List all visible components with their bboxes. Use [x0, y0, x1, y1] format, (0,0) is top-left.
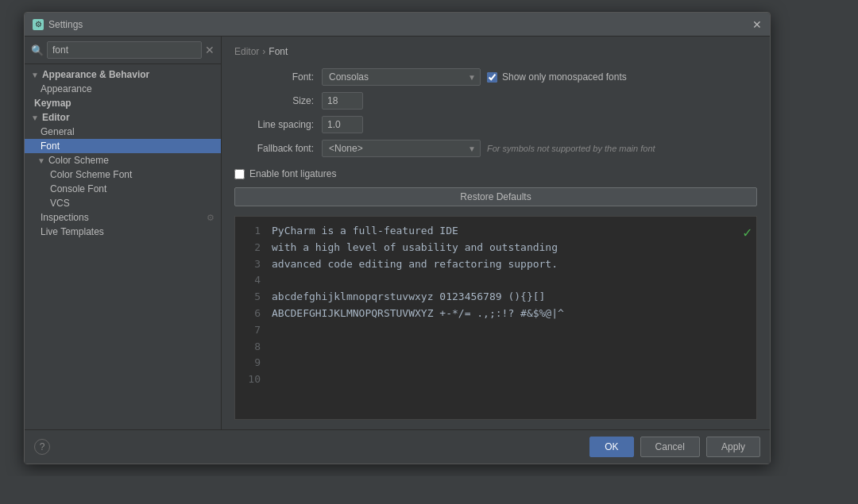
font-row: Font: Consolas Courier New DejaVu Sans M… [234, 68, 757, 86]
sidebar-item-general[interactable]: General [25, 125, 221, 139]
preview-check-icon: ✓ [743, 221, 752, 244]
preview-line: 4 [245, 272, 747, 289]
sidebar-item-label: VCS [50, 198, 70, 209]
sidebar-item-live-templates[interactable]: Live Templates [25, 225, 221, 239]
size-label: Size: [234, 95, 322, 106]
preview-line: 1 PyCharm is a full-featured IDE [245, 223, 747, 240]
line-spacing-control-area [322, 116, 363, 133]
size-row: Size: [234, 92, 757, 110]
dialog-body: 🔍 ✕ ▼ Appearance & Behavior Appearance K… [25, 37, 770, 429]
search-bar: 🔍 ✕ [25, 37, 221, 64]
line-content: ABCDEFGHIJKLMNOPQRSTUVWXYZ +-*/= .,;:!? … [272, 306, 564, 322]
sidebar-item-vcs[interactable]: VCS [25, 196, 221, 210]
font-preview: ✓ 1 PyCharm is a full-featured IDE 2 wit… [234, 216, 757, 420]
sidebar-item-label: General [41, 126, 75, 137]
sidebar-item-label: Color Scheme [48, 155, 109, 166]
line-number: 2 [245, 240, 261, 256]
line-spacing-input[interactable] [322, 116, 363, 133]
breadcrumb: Editor › Font [234, 46, 757, 57]
size-control-area [322, 92, 363, 110]
title-bar: ⚙ Settings ✕ [25, 13, 770, 37]
preview-line: 2 with a high level of usability and out… [245, 240, 747, 256]
cancel-button[interactable]: Cancel [640, 437, 700, 457]
sidebar-item-label: Appearance [41, 83, 92, 94]
title-bar-left: ⚙ Settings [33, 19, 83, 30]
dialog-title: Settings [48, 19, 83, 30]
breadcrumb-parent: Editor [234, 46, 259, 57]
tree-area: ▼ Appearance & Behavior Appearance Keyma… [25, 64, 221, 242]
line-number: 6 [245, 306, 261, 322]
font-control-area: Consolas Courier New DejaVu Sans Mono Fi… [322, 68, 627, 86]
sidebar-item-color-scheme-font[interactable]: Color Scheme Font [25, 167, 221, 182]
arrow-icon: ▼ [37, 156, 45, 165]
fallback-hint: For symbols not supported by the main fo… [487, 144, 655, 153]
fallback-select[interactable]: <None> [322, 140, 481, 157]
close-button[interactable]: ✕ [752, 18, 762, 31]
sidebar-item-appearance[interactable]: Appearance [25, 82, 221, 96]
fallback-row: Fallback font: <None> ▼ For symbols not … [234, 140, 757, 157]
preview-line: 5 abcdefghijklmnopqrstuvwxyz 0123456789 … [245, 289, 747, 306]
apply-button[interactable]: Apply [706, 437, 760, 457]
search-icon: 🔍 [31, 44, 44, 56]
size-input[interactable] [322, 92, 363, 110]
sidebar-item-console-font[interactable]: Console Font [25, 182, 221, 196]
line-number: 8 [245, 339, 261, 356]
preview-line: 3 advanced code editing and refactoring … [245, 256, 747, 273]
sidebar-item-label: Color Scheme Font [50, 169, 132, 180]
monospaced-checkbox-row: Show only monospaced fonts [487, 71, 627, 83]
help-icon: ? [40, 441, 45, 452]
font-dropdown-wrapper: Consolas Courier New DejaVu Sans Mono Fi… [322, 68, 481, 86]
arrow-icon: ▼ [31, 113, 39, 122]
preview-line: 10 [245, 371, 747, 388]
line-number: 1 [245, 223, 261, 240]
search-input[interactable] [47, 41, 202, 59]
sidebar-item-color-scheme[interactable]: ▼ Color Scheme [25, 153, 221, 167]
ligatures-label: Enable font ligatures [249, 168, 336, 179]
sidebar-item-font[interactable]: Font [25, 139, 221, 153]
line-number: 10 [245, 371, 261, 388]
sidebar-item-keymap[interactable]: Keymap [25, 96, 221, 110]
sidebar: 🔍 ✕ ▼ Appearance & Behavior Appearance K… [25, 37, 222, 429]
font-select[interactable]: Consolas Courier New DejaVu Sans Mono Fi… [322, 68, 481, 86]
monospaced-label: Show only monospaced fonts [502, 71, 627, 83]
settings-icon: ⚙ [33, 19, 44, 30]
line-spacing-row: Line spacing: [234, 116, 757, 133]
clear-search-button[interactable]: ✕ [205, 44, 214, 56]
sidebar-item-label: Inspections [41, 212, 89, 223]
fallback-control-area: <None> ▼ For symbols not supported by th… [322, 140, 655, 157]
breadcrumb-separator: › [262, 46, 265, 57]
line-content: advanced code editing and refactoring su… [272, 256, 558, 273]
fallback-label: Fallback font: [234, 143, 322, 154]
main-content: Editor › Font Font: Consolas Courier New… [222, 37, 770, 429]
ok-button[interactable]: OK [589, 437, 633, 457]
sidebar-item-label: Console Font [50, 183, 106, 194]
ligatures-checkbox[interactable] [234, 169, 245, 179]
sidebar-item-label: Live Templates [41, 226, 104, 237]
monospaced-checkbox[interactable] [487, 72, 497, 83]
help-button[interactable]: ? [34, 439, 50, 455]
line-number: 5 [245, 289, 261, 306]
line-number: 3 [245, 256, 261, 273]
inspections-icon: ⚙ [207, 213, 214, 223]
sidebar-item-label: Editor [42, 112, 70, 123]
line-number: 4 [245, 272, 261, 289]
line-number: 9 [245, 355, 261, 371]
dialog-footer: ? OK Cancel Apply [25, 429, 770, 464]
settings-dialog: ⚙ Settings ✕ 🔍 ✕ ▼ Appearance & Behavior [24, 12, 771, 464]
breadcrumb-current: Font [269, 46, 288, 57]
preview-line: 6 ABCDEFGHIJKLMNOPQRSTUVWXYZ +-*/= .,;:!… [245, 306, 747, 322]
fallback-dropdown-wrapper: <None> ▼ [322, 140, 481, 157]
sidebar-item-appearance-behavior[interactable]: ▼ Appearance & Behavior [25, 67, 221, 82]
sidebar-item-label: Font [41, 140, 60, 152]
sidebar-item-inspections[interactable]: Inspections ⚙ [25, 210, 221, 225]
sidebar-item-label: Appearance & Behavior [42, 69, 149, 80]
line-content: with a high level of usability and outst… [272, 240, 558, 256]
restore-defaults-button[interactable]: Restore Defaults [234, 187, 757, 206]
sidebar-item-editor[interactable]: ▼ Editor [25, 110, 221, 125]
line-content: PyCharm is a full-featured IDE [272, 223, 458, 240]
preview-line: 9 [245, 355, 747, 371]
line-number: 7 [245, 322, 261, 339]
line-spacing-label: Line spacing: [234, 119, 322, 130]
sidebar-item-label: Keymap [34, 98, 72, 109]
preview-line: 8 [245, 339, 747, 356]
